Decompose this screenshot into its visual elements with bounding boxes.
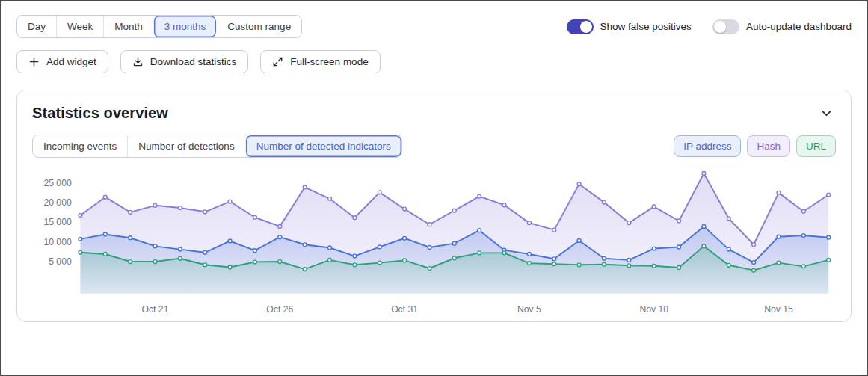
svg-text:Oct 31: Oct 31 xyxy=(391,304,418,315)
svg-text:5 000: 5 000 xyxy=(49,256,72,267)
toggle-knob xyxy=(714,21,726,33)
badge-url[interactable]: URL xyxy=(796,135,836,157)
svg-text:15 000: 15 000 xyxy=(43,217,71,227)
range-tab-3-months[interactable]: 3 months xyxy=(153,16,217,37)
add-widget-label: Add widget xyxy=(46,56,96,67)
download-statistics-label: Download statistics xyxy=(150,56,237,67)
dashboard: Day Week Month 3 months Custom range Sho… xyxy=(0,0,868,376)
metric-tabs: Incoming events Number of detections Num… xyxy=(32,135,402,158)
svg-text:Oct 21: Oct 21 xyxy=(142,304,169,315)
svg-text:Nov 5: Nov 5 xyxy=(517,304,541,315)
range-tab-week[interactable]: Week xyxy=(56,16,103,37)
toggle-label: Show false positives xyxy=(600,21,692,32)
toggle-switch[interactable] xyxy=(567,19,594,34)
collapse-card-button[interactable] xyxy=(817,104,836,123)
badge-hash[interactable]: Hash xyxy=(747,135,790,157)
top-bar: Day Week Month 3 months Custom range Sho… xyxy=(16,15,852,38)
page-title: Statistics overview xyxy=(32,105,168,122)
chart-svg: 5 00010 00015 00020 00025 000Oct 21Oct 2… xyxy=(32,164,836,318)
chevron-down-icon xyxy=(820,111,833,122)
download-statistics-button[interactable]: Download statistics xyxy=(120,50,249,73)
add-widget-button[interactable]: Add widget xyxy=(16,50,108,73)
full-screen-mode-button[interactable]: Full-screen mode xyxy=(260,50,380,73)
download-icon xyxy=(132,56,144,67)
plus-icon xyxy=(28,56,40,67)
svg-text:Nov 10: Nov 10 xyxy=(639,304,668,315)
full-screen-mode-label: Full-screen mode xyxy=(290,56,368,67)
fullscreen-icon xyxy=(272,56,283,67)
toggle-knob xyxy=(580,21,592,33)
card-tabs-row: Incoming events Number of detections Num… xyxy=(32,135,836,158)
range-tab-month[interactable]: Month xyxy=(103,16,153,37)
show-false-positives-toggle[interactable]: Show false positives xyxy=(567,19,692,34)
toggle-switch[interactable] xyxy=(712,19,739,34)
indicator-type-legend: IP address Hash URL xyxy=(674,135,836,157)
svg-text:Oct 26: Oct 26 xyxy=(266,304,293,315)
time-range-selector: Day Week Month 3 months Custom range xyxy=(16,15,302,38)
tab-number-of-detections[interactable]: Number of detections xyxy=(127,135,244,157)
svg-text:Nov 15: Nov 15 xyxy=(764,304,793,315)
card-header: Statistics overview xyxy=(32,104,836,123)
toggle-label: Auto-update dashboard xyxy=(746,21,852,32)
auto-update-dashboard-toggle[interactable]: Auto-update dashboard xyxy=(712,19,852,34)
svg-text:25 000: 25 000 xyxy=(43,178,71,188)
actions-bar: Add widget Download statistics Full-scre… xyxy=(16,50,852,73)
tab-number-of-detected-indicators[interactable]: Number of detected indicators xyxy=(245,135,401,157)
badge-ip-address[interactable]: IP address xyxy=(674,135,741,157)
statistics-chart: 5 00010 00015 00020 00025 000Oct 21Oct 2… xyxy=(32,164,836,318)
tab-incoming-events[interactable]: Incoming events xyxy=(33,135,127,157)
range-tab-custom-range[interactable]: Custom range xyxy=(216,16,301,37)
range-tab-day[interactable]: Day xyxy=(17,16,56,37)
statistics-overview-card: Statistics overview Incoming events Numb… xyxy=(16,90,852,322)
toggle-group: Show false positives Auto-update dashboa… xyxy=(567,19,852,34)
svg-text:20 000: 20 000 xyxy=(43,197,71,208)
svg-text:10 000: 10 000 xyxy=(43,237,71,247)
